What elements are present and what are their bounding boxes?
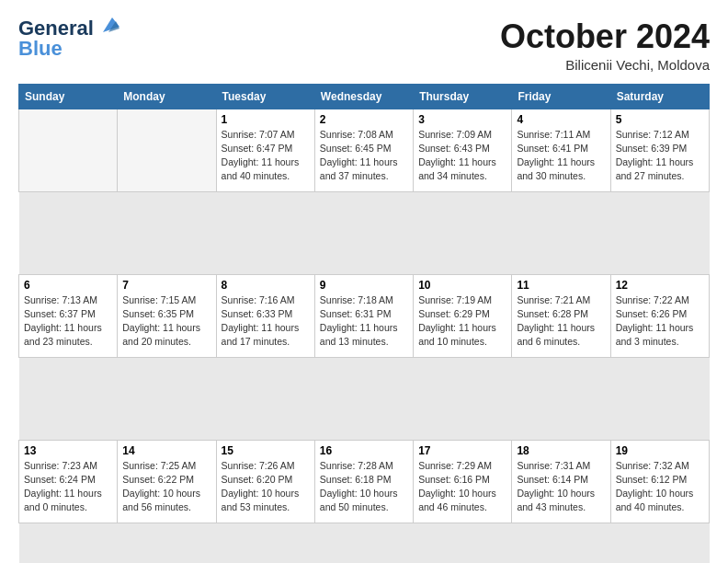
day-info: Sunrise: 7:18 AMSunset: 6:31 PMDaylight:… <box>320 293 408 350</box>
day-info: Sunrise: 7:15 AMSunset: 6:35 PMDaylight:… <box>122 293 210 350</box>
calendar-day-cell: 13Sunrise: 7:23 AMSunset: 6:24 PMDayligh… <box>19 440 118 523</box>
logo-text2: Blue <box>18 37 63 60</box>
col-monday: Monday <box>118 84 216 109</box>
day-number: 7 <box>122 279 210 292</box>
day-number: 6 <box>24 279 112 292</box>
col-friday: Friday <box>512 84 610 109</box>
day-number: 11 <box>517 279 605 292</box>
day-number: 2 <box>320 113 408 126</box>
day-info: Sunrise: 7:12 AMSunset: 6:39 PMDaylight:… <box>616 128 704 184</box>
day-number: 9 <box>320 279 408 292</box>
col-sunday: Sunday <box>19 84 118 109</box>
day-info: Sunrise: 7:22 AMSunset: 6:26 PMDaylight:… <box>616 293 704 350</box>
location-subtitle: Bilicenii Vechi, Moldova <box>500 57 710 73</box>
day-number: 8 <box>222 279 310 292</box>
day-number: 4 <box>517 113 605 126</box>
calendar-header-row: Sunday Monday Tuesday Wednesday Thursday… <box>19 84 710 109</box>
calendar-day-cell: 12Sunrise: 7:22 AMSunset: 6:26 PMDayligh… <box>610 274 709 357</box>
day-info: Sunrise: 7:26 AMSunset: 6:20 PMDaylight:… <box>222 459 310 515</box>
calendar-day-cell: 9Sunrise: 7:18 AMSunset: 6:31 PMDaylight… <box>314 274 413 357</box>
day-number: 14 <box>122 444 210 457</box>
day-info: Sunrise: 7:08 AMSunset: 6:45 PMDaylight:… <box>320 128 408 184</box>
calendar-day-cell: 1Sunrise: 7:07 AMSunset: 6:47 PMDaylight… <box>216 109 314 191</box>
calendar-day-cell: 19Sunrise: 7:32 AMSunset: 6:12 PMDayligh… <box>610 440 709 523</box>
page-header: General Blue October 2024 Bilicenii Vech… <box>18 18 710 73</box>
day-number: 12 <box>616 279 704 292</box>
calendar-day-cell: 10Sunrise: 7:19 AMSunset: 6:29 PMDayligh… <box>414 274 512 357</box>
day-number: 17 <box>418 444 506 457</box>
day-number: 19 <box>616 444 704 457</box>
day-info: Sunrise: 7:19 AMSunset: 6:29 PMDaylight:… <box>418 293 506 350</box>
col-wednesday: Wednesday <box>314 84 413 109</box>
week-spacer-row <box>19 523 710 563</box>
calendar-day-cell: 14Sunrise: 7:25 AMSunset: 6:22 PMDayligh… <box>118 440 216 523</box>
day-info: Sunrise: 7:28 AMSunset: 6:18 PMDaylight:… <box>320 459 408 515</box>
calendar-day-cell: 7Sunrise: 7:15 AMSunset: 6:35 PMDaylight… <box>118 274 216 357</box>
calendar-day-cell: 17Sunrise: 7:29 AMSunset: 6:16 PMDayligh… <box>414 440 512 523</box>
day-number: 10 <box>418 279 506 292</box>
title-block: October 2024 Bilicenii Vechi, Moldova <box>500 18 710 73</box>
day-number: 15 <box>222 444 310 457</box>
day-number: 1 <box>222 113 310 126</box>
calendar-table: Sunday Monday Tuesday Wednesday Thursday… <box>18 84 710 563</box>
day-number: 13 <box>24 444 112 457</box>
logo-icon <box>96 16 119 36</box>
day-info: Sunrise: 7:13 AMSunset: 6:37 PMDaylight:… <box>24 293 112 350</box>
calendar-day-cell: 5Sunrise: 7:12 AMSunset: 6:39 PMDaylight… <box>610 109 709 191</box>
page-container: General Blue October 2024 Bilicenii Vech… <box>0 0 728 563</box>
calendar-day-cell: 3Sunrise: 7:09 AMSunset: 6:43 PMDaylight… <box>414 109 512 191</box>
day-info: Sunrise: 7:21 AMSunset: 6:28 PMDaylight:… <box>517 293 605 350</box>
day-number: 5 <box>616 113 704 126</box>
day-info: Sunrise: 7:32 AMSunset: 6:12 PMDaylight:… <box>616 459 704 515</box>
calendar-day-cell: 4Sunrise: 7:11 AMSunset: 6:41 PMDaylight… <box>512 109 610 191</box>
day-info: Sunrise: 7:16 AMSunset: 6:33 PMDaylight:… <box>222 293 310 350</box>
day-info: Sunrise: 7:07 AMSunset: 6:47 PMDaylight:… <box>222 128 310 184</box>
day-number: 16 <box>320 444 408 457</box>
calendar-day-cell: 16Sunrise: 7:28 AMSunset: 6:18 PMDayligh… <box>314 440 413 523</box>
col-tuesday: Tuesday <box>216 84 314 109</box>
calendar-day-cell: 2Sunrise: 7:08 AMSunset: 6:45 PMDaylight… <box>314 109 413 191</box>
calendar-day-cell <box>118 109 216 191</box>
col-saturday: Saturday <box>610 84 709 109</box>
logo: General Blue <box>18 18 119 59</box>
calendar-week-row: 1Sunrise: 7:07 AMSunset: 6:47 PMDaylight… <box>19 109 710 191</box>
day-info: Sunrise: 7:31 AMSunset: 6:14 PMDaylight:… <box>517 459 605 515</box>
calendar-day-cell: 15Sunrise: 7:26 AMSunset: 6:20 PMDayligh… <box>216 440 314 523</box>
logo-text: General <box>18 18 94 39</box>
month-title: October 2024 <box>500 18 710 55</box>
calendar-week-row: 6Sunrise: 7:13 AMSunset: 6:37 PMDaylight… <box>19 274 710 357</box>
col-thursday: Thursday <box>414 84 512 109</box>
day-info: Sunrise: 7:11 AMSunset: 6:41 PMDaylight:… <box>517 128 605 184</box>
week-spacer-row <box>19 191 710 274</box>
calendar-day-cell: 6Sunrise: 7:13 AMSunset: 6:37 PMDaylight… <box>19 274 118 357</box>
day-info: Sunrise: 7:25 AMSunset: 6:22 PMDaylight:… <box>122 459 210 515</box>
day-number: 3 <box>418 113 506 126</box>
calendar-day-cell <box>19 109 118 191</box>
day-number: 18 <box>517 444 605 457</box>
day-info: Sunrise: 7:09 AMSunset: 6:43 PMDaylight:… <box>418 128 506 184</box>
calendar-day-cell: 8Sunrise: 7:16 AMSunset: 6:33 PMDaylight… <box>216 274 314 357</box>
day-info: Sunrise: 7:29 AMSunset: 6:16 PMDaylight:… <box>418 459 506 515</box>
calendar-day-cell: 11Sunrise: 7:21 AMSunset: 6:28 PMDayligh… <box>512 274 610 357</box>
week-spacer-row <box>19 357 710 440</box>
calendar-day-cell: 18Sunrise: 7:31 AMSunset: 6:14 PMDayligh… <box>512 440 610 523</box>
calendar-week-row: 13Sunrise: 7:23 AMSunset: 6:24 PMDayligh… <box>19 440 710 523</box>
day-info: Sunrise: 7:23 AMSunset: 6:24 PMDaylight:… <box>24 459 112 515</box>
